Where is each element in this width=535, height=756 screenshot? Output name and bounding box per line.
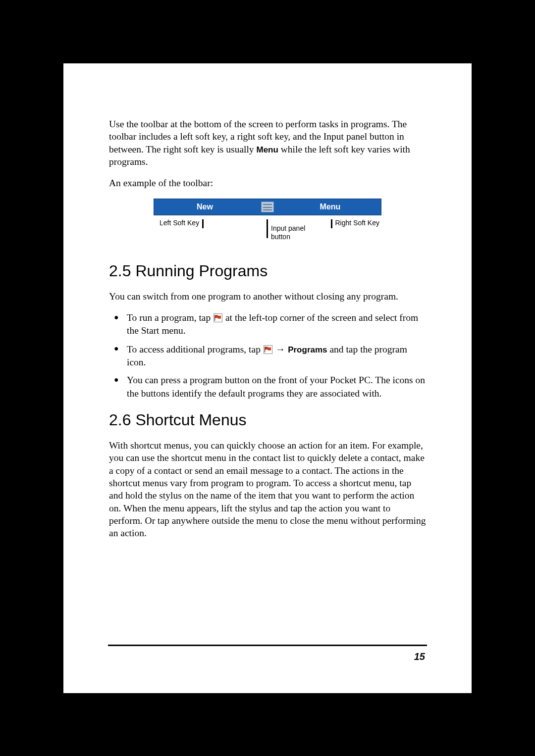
menu-bold-word: Menu — [257, 145, 278, 154]
input-panel-line2: button — [271, 233, 290, 241]
list-item: You can press a program button on the fr… — [109, 374, 426, 400]
footer-rule — [108, 645, 427, 646]
bullet3-text: You can press a program button on the fr… — [127, 375, 425, 398]
toolbar-input-section — [256, 202, 279, 212]
keyboard-icon — [261, 202, 274, 212]
input-panel-label: Input panel button — [271, 224, 305, 241]
tick-mark-icon — [331, 219, 332, 228]
section-2-5-heading: 2.5 Running Programs — [109, 262, 426, 280]
running-programs-list: To run a program, tap at the left-top co… — [109, 311, 426, 400]
input-panel-annotation: Input panel button — [267, 219, 305, 241]
example-intro: An example of the toolbar: — [109, 177, 426, 189]
programs-bold-word: Programs — [288, 345, 327, 354]
start-flag-icon — [214, 313, 222, 322]
left-soft-key-annotation: Left Soft Key — [160, 219, 204, 228]
toolbar-menu-section: Menu — [279, 202, 381, 211]
start-flag-icon — [264, 345, 272, 354]
toolbar-figure: New Menu Left Soft Key Input panel — [154, 199, 381, 251]
bullet1-part-a: To run a program, tap — [127, 312, 213, 323]
list-item: To run a program, tap at the left-top co… — [109, 311, 426, 338]
right-soft-key-label: Right Soft Key — [335, 219, 380, 227]
svg-rect-1 — [214, 315, 215, 321]
input-panel-line1: Input panel — [271, 224, 305, 232]
page-footer: 15 — [108, 645, 427, 662]
toolbar-annotations: Left Soft Key Input panel button Right S… — [154, 216, 381, 251]
toolbar-bar: New Menu — [154, 199, 381, 215]
tick-mark-icon — [202, 219, 204, 228]
document-page: Use the toolbar at the bottom of the scr… — [63, 63, 472, 693]
toolbar-menu-label: Menu — [320, 202, 341, 211]
section-2-5-intro: You can switch from one program to anoth… — [109, 290, 426, 302]
right-soft-key-annotation: Right Soft Key — [331, 219, 380, 228]
list-item: To access additional programs, tap → Pro… — [109, 343, 426, 369]
svg-rect-3 — [265, 347, 265, 353]
intro-paragraph: Use the toolbar at the bottom of the scr… — [109, 118, 426, 168]
toolbar-new-label: New — [197, 202, 213, 211]
tick-mark-icon — [267, 219, 268, 238]
section-2-6-heading: 2.6 Shortcut Menus — [109, 411, 426, 429]
arrow-right-icon: → — [273, 344, 288, 354]
page-number: 15 — [108, 651, 427, 662]
toolbar-new-section: New — [154, 202, 256, 211]
content-area: Use the toolbar at the bottom of the scr… — [109, 118, 426, 540]
left-soft-key-label: Left Soft Key — [160, 219, 199, 227]
bullet2-part-a: To access additional programs, tap — [127, 344, 263, 354]
section-2-6-body: With shortcut menus, you can quickly cho… — [109, 439, 426, 540]
